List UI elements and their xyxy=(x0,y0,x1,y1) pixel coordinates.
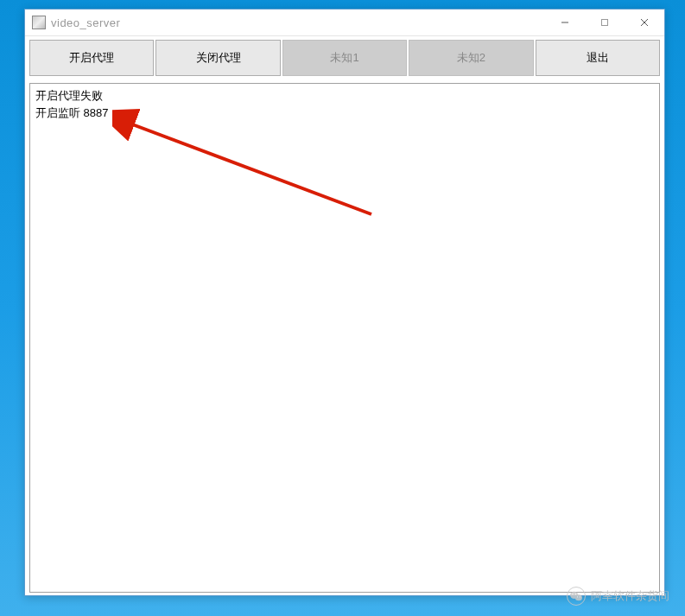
minimize-button[interactable] xyxy=(545,10,585,35)
watermark: 阿幸软件杂货间 xyxy=(567,587,669,606)
svg-point-8 xyxy=(572,594,573,594)
log-line: 开启代理失败 xyxy=(35,87,654,105)
log-output[interactable]: 开启代理失败 开启监听 8887 xyxy=(29,83,660,593)
window-title: video_server xyxy=(51,16,545,29)
window-controls xyxy=(545,10,664,35)
exit-button[interactable]: 退出 xyxy=(536,40,660,76)
close-proxy-button[interactable]: 关闭代理 xyxy=(155,40,280,76)
open-proxy-button[interactable]: 开启代理 xyxy=(29,40,154,76)
unknown1-button[interactable]: 未知1 xyxy=(282,40,407,76)
log-line: 开启监听 8887 xyxy=(35,105,654,122)
toolbar: 开启代理 关闭代理 未知1 未知2 退出 xyxy=(25,35,664,79)
svg-point-11 xyxy=(580,596,580,597)
svg-point-7 xyxy=(575,594,582,600)
app-icon xyxy=(32,16,46,29)
watermark-text: 阿幸软件杂货间 xyxy=(591,588,669,604)
unknown2-button[interactable]: 未知2 xyxy=(409,40,533,76)
svg-rect-1 xyxy=(602,20,608,26)
app-window: video_server 开启代理 关闭代理 未知1 未知2 退出 开启代理失败… xyxy=(24,9,665,596)
titlebar[interactable]: video_server xyxy=(25,10,664,35)
maximize-button[interactable] xyxy=(585,10,625,35)
wechat-icon xyxy=(567,587,586,606)
svg-point-10 xyxy=(577,596,578,597)
svg-point-9 xyxy=(575,594,576,594)
close-button[interactable] xyxy=(625,10,664,35)
